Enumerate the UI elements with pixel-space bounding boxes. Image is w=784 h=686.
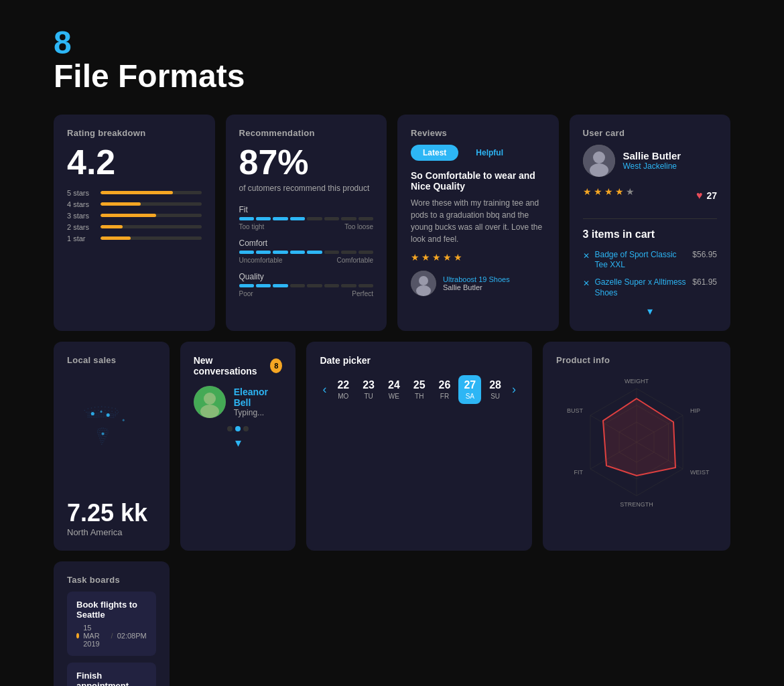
reviewer-info: Ultraboost 19 Shoes Sallie Butler (443, 275, 510, 291)
fit-seg-1-2 (273, 251, 287, 254)
conv-title: New conversations (194, 355, 265, 376)
svg-rect-19 (89, 412, 90, 413)
cart-price-2: $61.95 (692, 277, 717, 287)
sales-region: North America (67, 527, 156, 537)
heart-count: ♥ 27 (696, 190, 717, 202)
fit-seg-2-4 (307, 284, 322, 287)
date-item-6[interactable]: 28 SU (484, 375, 507, 404)
date-item-0[interactable]: 22 MO (332, 375, 354, 404)
date-day-1: TU (364, 393, 373, 400)
svg-rect-64 (115, 415, 116, 417)
svg-rect-39 (103, 413, 105, 414)
date-num-2: 24 (388, 379, 400, 391)
rating-score: 4.2 (67, 145, 202, 180)
product-info-card: Product info (543, 342, 730, 551)
task-item-1: Finish appointment 23 JUN 2019 / 11:31PM (67, 663, 156, 686)
page-number: 8 (54, 27, 730, 59)
rating-breakdown-title: Rating breakdown (67, 128, 202, 138)
svg-rect-115 (105, 438, 106, 439)
rec-sub: of cutomers recommend this product (239, 184, 374, 193)
cart-x-2[interactable]: ✕ (583, 279, 590, 288)
conv-dot-1 (227, 426, 233, 431)
star-bar-bg-0 (101, 191, 202, 194)
svg-rect-46 (115, 414, 116, 415)
star-4: ★ (443, 252, 452, 263)
fit-seg-1-1 (256, 251, 271, 254)
svg-rect-20 (91, 411, 92, 413)
radar-chart: WEIGHT HIP WEIST STRENGTH FIT BUST (556, 375, 717, 516)
fit-seg-2-2 (273, 284, 287, 287)
fit-label-2: Quality (239, 272, 374, 281)
svg-point-128 (204, 393, 216, 405)
svg-rect-50 (91, 415, 92, 417)
fit-ends-1: Uncomfortable Comfortable (239, 257, 374, 264)
date-num-3: 25 (413, 379, 426, 391)
user-rating-row: ★ ★ ★ ★ ★ ♥ 27 (583, 186, 718, 205)
cart-x-1[interactable]: ✕ (583, 251, 590, 261)
svg-rect-80 (113, 417, 115, 419)
star-bar-fill-0 (101, 191, 173, 194)
svg-rect-36 (98, 413, 99, 414)
date-picker-title: Date picker (320, 355, 519, 366)
product-info-title: Product info (556, 355, 717, 365)
date-item-4[interactable]: 26 FR (434, 375, 456, 404)
task-dot-0 (76, 633, 79, 638)
svg-rect-92 (106, 430, 107, 431)
rating-breakdown-card: Rating breakdown 4.2 5 stars 4 stars 3 s… (54, 115, 215, 331)
svg-rect-30 (88, 413, 89, 415)
conv-header: New conversations 8 (194, 355, 283, 376)
star-bar-bg-2 (101, 214, 202, 217)
svg-rect-81 (98, 429, 99, 430)
conv-arrow-icon[interactable]: ▾ (194, 435, 283, 450)
map-svg (67, 372, 156, 492)
date-item-3[interactable]: 25 TH (408, 375, 431, 404)
date-item-2[interactable]: 24 WE (383, 375, 405, 404)
svg-rect-117 (102, 440, 103, 441)
svg-rect-99 (106, 432, 107, 433)
date-item-5[interactable]: 27 SA (458, 375, 481, 404)
svg-rect-77 (108, 417, 109, 418)
tab-helpful[interactable]: Helpful (464, 145, 515, 161)
svg-rect-43 (110, 413, 111, 415)
star-5: ★ (454, 252, 462, 263)
radar-wrapper: WEIGHT HIP WEIST STRENGTH FIT BUST (556, 372, 717, 519)
user-info: Sallie Butler West Jackeline (623, 150, 681, 171)
task-item-0: Book flights to Seattle 15 MAR 2019 / 02… (67, 592, 156, 656)
svg-rect-26 (108, 411, 109, 412)
svg-rect-87 (97, 431, 99, 432)
new-conversations-card: New conversations 8 Eleanor Bell Typing.… (180, 342, 296, 551)
cart-more-icon[interactable]: ▾ (583, 305, 718, 318)
star-label-3: 2 stars (67, 223, 95, 231)
tab-latest[interactable]: Latest (411, 145, 458, 161)
review-stars: ★ ★ ★ ★ ★ (411, 252, 545, 263)
reviewer-row: Ultraboost 19 Shoes Sallie Butler (411, 271, 545, 296)
star-label-1: 4 stars (67, 200, 95, 208)
svg-rect-83 (101, 428, 103, 429)
svg-rect-23 (98, 410, 99, 411)
date-num-4: 26 (439, 379, 451, 391)
star-bars: 5 stars 4 stars 3 stars 2 stars 1 star (67, 189, 202, 243)
fit-seg-1-6 (341, 251, 356, 254)
svg-rect-78 (110, 417, 111, 418)
date-next[interactable]: › (509, 383, 519, 397)
date-item-1[interactable]: 23 TU (357, 375, 380, 404)
like-count: 27 (706, 190, 717, 201)
conv-name: Eleanor Bell (234, 387, 283, 408)
svg-rect-54 (98, 415, 99, 416)
cart-item-name-1: Badge of Sport Classic Tee XXL (595, 250, 688, 271)
task-boards-title: Task boards (67, 575, 156, 585)
svg-rect-66 (89, 417, 90, 418)
fit-seg-0-6 (341, 217, 356, 220)
star-bar-bg-3 (101, 225, 202, 228)
date-prev[interactable]: ‹ (320, 383, 329, 397)
svg-rect-85 (105, 428, 106, 429)
svg-rect-94 (97, 432, 99, 433)
svg-rect-68 (92, 417, 94, 418)
page-header: 8 File Formats (0, 0, 784, 115)
cart-item-1: ✕ Badge of Sport Classic Tee XXL $56.95 (583, 250, 718, 271)
svg-marker-139 (603, 399, 675, 476)
svg-point-4 (593, 151, 605, 163)
user-card-title: User card (583, 128, 718, 138)
svg-rect-111 (105, 436, 107, 437)
svg-rect-37 (99, 413, 101, 414)
